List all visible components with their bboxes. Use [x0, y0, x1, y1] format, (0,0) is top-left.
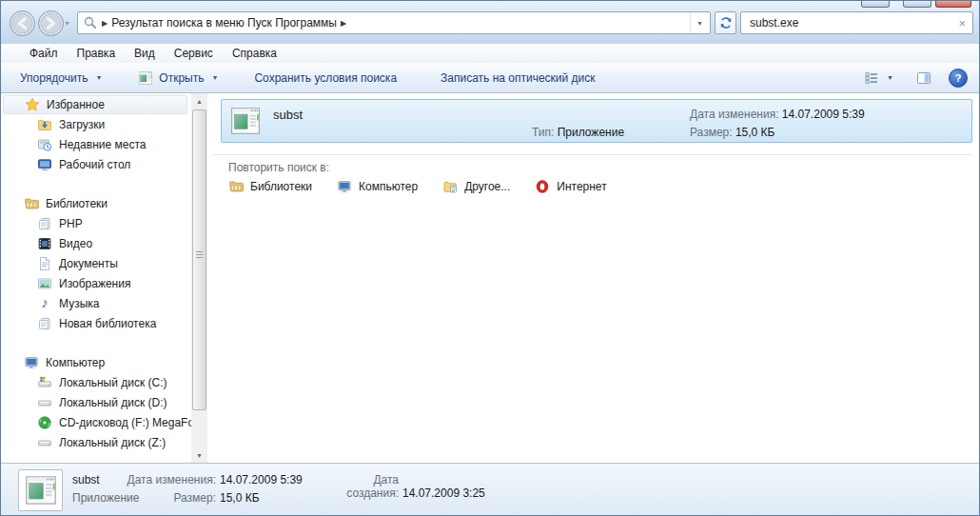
back-icon — [9, 10, 36, 37]
sidebar-item-label: CD-дисковод (F:) MegaFor — [59, 416, 191, 429]
scrollbar-thumb[interactable] — [192, 109, 206, 410]
save-search-button[interactable]: Сохранить условия поиска — [248, 68, 402, 89]
disk-icon — [37, 435, 52, 450]
menu-bar: Файл Правка Вид Сервис Справка — [1, 44, 979, 64]
star-icon — [25, 97, 40, 112]
internet-icon — [535, 179, 550, 194]
sidebar-item-documents[interactable]: Документы — [1, 253, 191, 273]
music-icon: ♪ — [37, 296, 52, 311]
sidebar-item-disk-c[interactable]: Локальный диск (C:) — [1, 372, 191, 392]
preview-pane-icon — [916, 70, 931, 86]
close-button[interactable] — [935, 1, 971, 8]
sidebar-item-disk-d[interactable]: Локальный диск (D:) — [1, 392, 191, 412]
sidebar-item-label: Локальный диск (Z:) — [59, 436, 166, 449]
search-again-other[interactable]: Другое... — [442, 179, 510, 194]
help-icon: ? — [955, 72, 962, 84]
scroll-down-icon[interactable]: ▼ — [191, 447, 207, 463]
modified-label: Дата изменения: — [123, 473, 216, 486]
custom-location-folder-icon — [442, 179, 458, 194]
search-icon — [83, 15, 98, 30]
forward-icon — [37, 10, 65, 37]
sidebar-scrollbar[interactable]: ▲ ▼ — [191, 93, 207, 463]
sidebar-item-php[interactable]: PHP — [1, 213, 191, 233]
breadcrumb-chevron-icon[interactable]: ▶ — [102, 19, 108, 28]
forward-button[interactable] — [37, 10, 65, 37]
sidebar-item-downloads[interactable]: Загрузки — [1, 114, 191, 134]
size-label: Размер: — [690, 126, 733, 139]
refresh-button[interactable] — [715, 11, 736, 34]
address-dropdown-chevron-icon[interactable]: ▼ — [690, 12, 709, 33]
size-value: 15,0 КБ — [735, 126, 775, 139]
details-file-icon — [18, 469, 63, 511]
size-value: 15,0 КБ — [220, 491, 260, 505]
breadcrumb[interactable]: Результат поиска в меню Пуск Программы — [111, 16, 337, 30]
sidebar-item-recent-places[interactable]: Недавние места — [1, 134, 191, 154]
sidebar-item-label: PHP — [59, 217, 83, 230]
sidebar-section-favorites[interactable]: Избранное — [3, 95, 187, 114]
menu-edit[interactable]: Правка — [68, 45, 126, 62]
change-view-button[interactable]: ▼ — [858, 67, 899, 89]
chevron-down-icon[interactable]: ▼ — [212, 74, 219, 81]
sidebar-item-disk-z[interactable]: Локальный диск (Z:) — [1, 432, 191, 452]
computer-icon — [337, 179, 352, 194]
search-result-item[interactable]: subst Тип: Приложение Дата изменения: 14… — [221, 99, 972, 143]
sidebar-item-label: Загрузки — [59, 118, 105, 131]
search-again-libraries[interactable]: Библиотеки — [228, 179, 312, 194]
preview-pane-button[interactable] — [911, 67, 937, 89]
search-again-label: Повторить поиск в: — [228, 161, 329, 174]
sidebar-item-label: Локальный диск (D:) — [59, 396, 167, 409]
created-label: Дата создания: — [319, 473, 399, 500]
sidebar-item-label: Изображения — [59, 277, 130, 290]
clear-search-icon[interactable]: × — [958, 17, 966, 30]
sidebar-item-label: Музыка — [59, 297, 99, 310]
result-dates: Дата изменения: 14.07.2009 5:39 Размер: … — [690, 106, 865, 142]
breadcrumb-chevron-icon[interactable]: ▶ — [341, 19, 346, 28]
sidebar-item-desktop[interactable]: Рабочий стол — [1, 154, 191, 174]
folder-icon — [228, 179, 244, 194]
modified-value: 14.07.2009 5:39 — [220, 473, 303, 486]
modified-label: Дата изменения: — [690, 108, 779, 121]
search-input[interactable] — [748, 15, 958, 30]
organize-button[interactable]: Упорядочить ▼ — [14, 68, 108, 89]
size-label: Размер: — [123, 491, 216, 505]
search-again-option-label: Интернет — [557, 180, 606, 193]
minimize-button[interactable] — [861, 1, 890, 8]
chevron-down-icon[interactable]: ▼ — [887, 74, 893, 81]
menu-help[interactable]: Справка — [223, 45, 286, 62]
desktop-icon — [37, 157, 52, 172]
search-again-computer[interactable]: Компьютер — [337, 179, 418, 194]
menu-tools[interactable]: Сервис — [165, 45, 223, 62]
chevron-down-icon: ▼ — [95, 74, 102, 81]
sidebar-item-new-library[interactable]: Новая библиотека — [1, 313, 191, 333]
open-label: Открыть — [159, 71, 204, 85]
system-disk-icon — [37, 375, 52, 390]
sidebar-section-libraries[interactable]: Библиотеки — [1, 193, 191, 213]
menu-file[interactable]: Файл — [20, 45, 68, 62]
open-button[interactable]: Открыть ▼ — [132, 67, 224, 89]
scroll-up-icon[interactable]: ▲ — [191, 93, 207, 109]
help-button[interactable]: ? — [949, 69, 968, 88]
sidebar-section-label: Библиотеки — [46, 197, 108, 210]
sidebar-item-video[interactable]: Видео — [1, 233, 191, 253]
sidebar-item-pictures[interactable]: Изображения — [1, 273, 191, 293]
recent-pages-chevron-icon[interactable]: ▼ — [64, 20, 70, 27]
maximize-button[interactable] — [903, 1, 931, 8]
result-name: subst — [273, 108, 303, 122]
search-again-internet[interactable]: Интернет — [535, 179, 606, 194]
back-button[interactable] — [9, 10, 36, 37]
disk-icon — [37, 395, 52, 410]
created-value: 14.07.2009 3:25 — [402, 486, 485, 500]
address-bar[interactable]: ▶ Результат поиска в меню Пуск Программы… — [77, 11, 711, 34]
sidebar-item-music[interactable]: ♪ Музыка — [1, 293, 191, 313]
menu-view[interactable]: Вид — [125, 45, 165, 62]
sidebar-item-cd-drive[interactable]: CD-дисковод (F:) MegaFor — [1, 412, 191, 432]
application-icon — [138, 70, 153, 86]
sidebar-section-computer[interactable]: Компьютер — [1, 352, 191, 372]
details-dates-column: Дата изменения:14.07.2009 5:39 Размер:15… — [123, 473, 303, 486]
details-pane: subst Приложение Дата изменения:14.07.20… — [1, 463, 979, 515]
burn-button[interactable]: Записать на оптический диск — [435, 68, 601, 89]
search-box[interactable]: × — [740, 11, 973, 34]
sidebar-item-label: Новая библиотека — [59, 317, 156, 330]
views-icon — [864, 70, 879, 86]
sidebar-item-label: Видео — [59, 237, 92, 250]
